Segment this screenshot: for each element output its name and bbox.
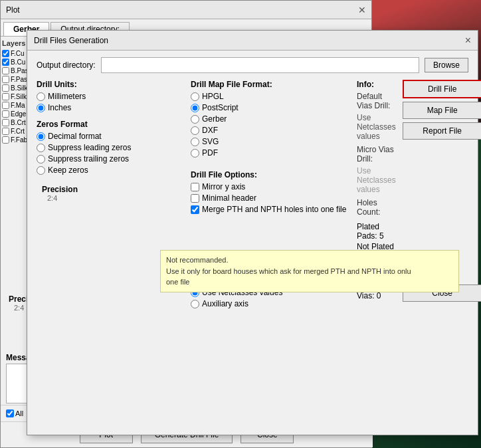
- layer-b-pas-checkbox[interactable]: [2, 67, 9, 74]
- plot-title: Plot: [6, 5, 20, 15]
- output-dir-row: Output directory: Browse: [37, 57, 468, 73]
- report-file-button[interactable]: Report File: [403, 122, 481, 140]
- zeros-suppress-leading-radio[interactable]: [37, 144, 45, 152]
- output-dir-input[interactable]: [101, 57, 419, 73]
- drill-dialog-title: Drill Files Generation: [34, 36, 108, 45]
- layer-b-cu-checkbox[interactable]: [2, 58, 9, 66]
- drill-precision-label: Precision: [42, 185, 177, 194]
- map-postscript-radio[interactable]: [191, 104, 199, 112]
- drill-precision-section: Precision 2:4: [37, 182, 183, 205]
- map-file-button[interactable]: Map File: [403, 102, 481, 119]
- tooltip-line2: Use it only for board houses which ask f…: [166, 266, 453, 277]
- holes-plated-pads-val: 5: [379, 231, 384, 241]
- map-dxf-radio[interactable]: [191, 126, 199, 135]
- tooltip-line1: Not recommanded.: [166, 255, 453, 266]
- zeros-suppress-trailing-label: Suppress trailing zeros: [48, 154, 129, 164]
- layer-f-cu-checkbox[interactable]: [2, 50, 9, 57]
- layer-f-pas-checkbox[interactable]: [2, 76, 9, 83]
- zeros-decimal: Decimal format: [37, 132, 183, 141]
- zeros-suppress-leading-label: Suppress leading zeros: [48, 143, 131, 152]
- drill-file-options-title: Drill File Options:: [191, 170, 349, 179]
- info-use-netclasses-vias-val: Use Netclasses values: [357, 113, 396, 141]
- drill-file-button[interactable]: Drill File: [403, 80, 481, 98]
- browse-button[interactable]: Browse: [425, 58, 468, 72]
- drill-units-inches-label: Inches: [48, 103, 71, 112]
- option-merge-pth-npth-label: Merge PTH and NPTH holes into one file: [202, 205, 346, 214]
- option-mirror-y-checkbox[interactable]: [191, 183, 199, 191]
- layer-f-crt-checkbox[interactable]: [2, 128, 9, 135]
- zeros-format-title: Zeros Format: [37, 120, 183, 129]
- info-default-vias-key: Default Vias Drill:: [357, 92, 390, 110]
- layer-f-pas-label: F.Pas: [11, 76, 27, 83]
- plot-titlebar: Plot ✕: [1, 1, 371, 19]
- tooltip-box: Not recommanded. Use it only for board h…: [160, 250, 459, 292]
- drill-dialog: Drill Files Generation × Output director…: [27, 30, 478, 435]
- zeros-keep: Keep zeros: [37, 166, 183, 175]
- layer-b-silk-checkbox[interactable]: [2, 84, 9, 92]
- drill-units-mm: Millimeters: [37, 92, 183, 101]
- map-gerber-label: Gerber: [202, 114, 227, 124]
- info-title: Info:: [357, 80, 396, 89]
- holes-plated-pads: Plated Pads: 5: [357, 222, 396, 241]
- map-dxf-label: DXF: [202, 126, 218, 135]
- map-gerber-radio[interactable]: [191, 115, 199, 124]
- layer-b-crt-checkbox[interactable]: [2, 119, 9, 126]
- map-hpgl-label: HPGL: [202, 92, 224, 101]
- map-pdf-radio[interactable]: [191, 149, 199, 158]
- map-gerber: Gerber: [191, 114, 349, 124]
- layer-b-silk-label: B.Silk: [11, 84, 28, 92]
- layer-b-crt-label: B.Crt: [11, 119, 26, 126]
- drill-file-options-section: Drill File Options: Mirror y axis Minima…: [191, 170, 349, 216]
- drill-units-section: Drill Units: Millimeters Inches: [37, 80, 183, 114]
- zeros-keep-label: Keep zeros: [48, 166, 88, 175]
- option-merge-pth-npth-checkbox[interactable]: [191, 205, 199, 214]
- zeros-keep-radio[interactable]: [37, 166, 45, 175]
- info-use-netclasses-micro-val: Use Netclasses values: [357, 166, 396, 194]
- drill-units-inches-radio[interactable]: [37, 104, 45, 112]
- holes-micro-vias-val: 0: [377, 291, 381, 300]
- zeros-suppress-trailing: Suppress trailing zeros: [37, 154, 183, 164]
- layer-f-crt-label: F.Crt: [11, 128, 25, 135]
- info-holes-count-key: Holes Count:: [357, 198, 380, 217]
- drill-units-mm-label: Millimeters: [48, 92, 86, 101]
- option-merge-pth-npth: Merge PTH and NPTH holes into one file: [191, 205, 349, 214]
- layer-edge-checkbox[interactable]: [2, 110, 9, 118]
- info-micro-vias-drill: Micro Vias Drill:: [357, 145, 396, 164]
- drill-dialog-close-button[interactable]: ×: [465, 35, 471, 46]
- option-minimal-header-checkbox[interactable]: [191, 194, 199, 203]
- option-minimal-header-label: Minimal header: [202, 193, 256, 203]
- option-mirror-y: Mirror y axis: [191, 182, 349, 191]
- drill-precision-value: 2:4: [42, 194, 177, 202]
- filter-all[interactable]: All: [6, 409, 23, 417]
- layer-f-silk-checkbox[interactable]: [2, 93, 9, 100]
- coord-auxiliary-axis-label: Auxiliary axis: [202, 299, 248, 308]
- layer-f-ma-checkbox[interactable]: [2, 102, 9, 109]
- plot-close-icon[interactable]: ✕: [358, 5, 366, 15]
- zeros-suppress-trailing-radio[interactable]: [37, 155, 45, 164]
- layer-f-cu-label: F.Cu: [11, 50, 25, 57]
- option-mirror-y-label: Mirror y axis: [202, 182, 245, 191]
- map-postscript: PostScript: [191, 103, 349, 112]
- info-micro-vias-key: Micro Vias Drill:: [357, 145, 394, 164]
- layer-f-ma-label: F.Ma: [11, 102, 25, 109]
- map-svg-radio[interactable]: [191, 138, 199, 146]
- filter-all-label: All: [15, 409, 23, 417]
- filter-all-checkbox[interactable]: [6, 409, 14, 417]
- zeros-format-section: Zeros Format Decimal format Suppress lea…: [37, 120, 183, 177]
- drill-titlebar: Drill Files Generation ×: [27, 31, 478, 51]
- tooltip-line3: one file: [166, 277, 453, 288]
- info-default-vias-drill: Default Vias Drill:: [357, 92, 396, 110]
- drill-map-format-title: Drill Map File Format:: [191, 80, 349, 89]
- coord-auxiliary-axis-radio[interactable]: [191, 300, 199, 308]
- map-dxf: DXF: [191, 126, 349, 135]
- map-svg: SVG: [191, 137, 349, 146]
- map-hpgl-radio[interactable]: [191, 92, 199, 101]
- output-dir-label: Output directory:: [37, 60, 96, 70]
- drill-units-inches: Inches: [37, 103, 183, 112]
- layer-f-fab-checkbox[interactable]: [2, 136, 9, 144]
- layer-f-silk-label: F.Silk: [11, 93, 27, 100]
- drill-body: Output directory: Browse Drill Units: Mi…: [27, 51, 478, 435]
- option-minimal-header: Minimal header: [191, 193, 349, 203]
- drill-units-mm-radio[interactable]: [37, 92, 45, 101]
- zeros-decimal-radio[interactable]: [37, 132, 45, 141]
